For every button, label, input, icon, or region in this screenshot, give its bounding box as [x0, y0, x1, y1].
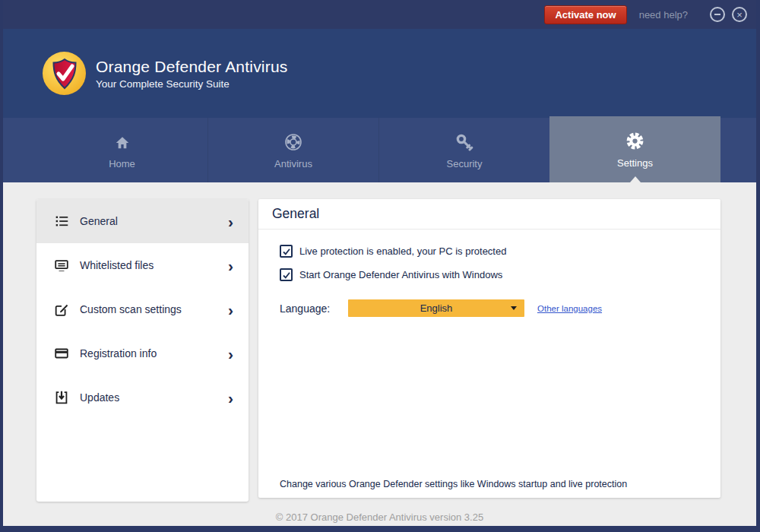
app-header: Orange Defender Antivirus Your Complete … [3, 29, 756, 118]
live-protection-row: Live protection is enabled, your PC is p… [280, 245, 699, 258]
minimize-icon [714, 14, 720, 15]
sidebar-item-general[interactable]: General › [36, 199, 249, 243]
copyright-text: © 2017 Orange Defender Antivirus version… [3, 511, 756, 523]
content-area: General › Whitelisted files › [3, 182, 756, 526]
tab-security[interactable]: Security [378, 118, 549, 182]
sidebar-item-label: Registration info [80, 347, 157, 359]
language-row: Language: English Other languages [280, 299, 699, 317]
panel-help-text: Change various Orange Defender settings … [280, 479, 627, 489]
tab-antivirus-label: Antivirus [274, 158, 312, 169]
sidebar-item-registration-info[interactable]: Registration info › [36, 331, 249, 375]
shield-check-logo [48, 57, 81, 90]
tab-settings-label: Settings [617, 157, 653, 169]
title-block: Orange Defender Antivirus Your Complete … [96, 58, 287, 90]
app-logo [43, 52, 86, 95]
sidebar-item-updates[interactable]: Updates › [36, 375, 249, 420]
dropdown-caret-icon [511, 306, 517, 310]
chevron-right-icon: › [228, 346, 233, 362]
sidebar-item-whitelisted-files[interactable]: Whitelisted files › [36, 243, 249, 287]
language-dropdown[interactable]: English [348, 299, 524, 317]
app-window: Activate now need help? × Orange Defende… [0, 0, 760, 532]
settings-sidebar: General › Whitelisted files › [36, 199, 249, 502]
checkmark-icon [282, 247, 291, 256]
close-button[interactable]: × [732, 7, 747, 22]
main-nav: Home Antivirus Security [3, 118, 756, 182]
sidebar-item-label: Whitelisted files [80, 259, 154, 271]
startup-label: Start Orange Defender Antivirus with Win… [299, 269, 502, 280]
chevron-right-icon: › [228, 302, 233, 318]
close-icon: × [736, 10, 743, 20]
tab-home[interactable]: Home [36, 118, 207, 182]
edit-icon [53, 301, 70, 318]
lifebuoy-icon [284, 131, 302, 151]
checkmark-icon [282, 271, 291, 280]
settings-panel: General Live protection is enabled, your… [258, 199, 720, 498]
minimize-button[interactable] [710, 7, 725, 22]
live-protection-checkbox[interactable] [280, 245, 293, 258]
need-help-link[interactable]: need help? [639, 9, 688, 21]
chevron-right-icon: › [228, 258, 233, 274]
live-protection-label: Live protection is enabled, your PC is p… [299, 245, 506, 257]
startup-row: Start Orange Defender Antivirus with Win… [280, 268, 699, 281]
activate-now-button[interactable]: Activate now [544, 5, 626, 24]
language-selected-value: English [420, 302, 453, 314]
home-icon [114, 131, 131, 151]
sidebar-item-label: Custom scan settings [80, 303, 182, 315]
gear-icon [625, 131, 644, 150]
tab-settings[interactable]: Settings [549, 116, 720, 182]
app-subtitle: Your Complete Security Suite [96, 78, 287, 90]
titlebar: Activate now need help? × [3, 0, 756, 29]
sidebar-item-label: General [80, 215, 118, 227]
app-title: Orange Defender Antivirus [96, 58, 287, 76]
download-icon [53, 389, 70, 406]
list-icon [53, 213, 70, 230]
card-icon [53, 345, 70, 362]
startup-checkbox[interactable] [280, 268, 293, 281]
chevron-right-icon: › [228, 390, 233, 406]
sidebar-item-label: Updates [80, 391, 119, 404]
key-icon [455, 131, 473, 151]
chevron-right-icon: › [228, 214, 233, 230]
language-label: Language: [280, 302, 348, 315]
tab-antivirus[interactable]: Antivirus [207, 118, 378, 182]
sidebar-item-custom-scan-settings[interactable]: Custom scan settings › [36, 287, 249, 331]
panel-body: Live protection is enabled, your PC is p… [258, 230, 720, 317]
other-languages-link[interactable]: Other languages [537, 304, 602, 313]
tab-home-label: Home [109, 158, 135, 169]
panel-heading: General [258, 199, 720, 230]
monitor-icon [53, 257, 70, 274]
tab-security-label: Security [447, 158, 483, 169]
